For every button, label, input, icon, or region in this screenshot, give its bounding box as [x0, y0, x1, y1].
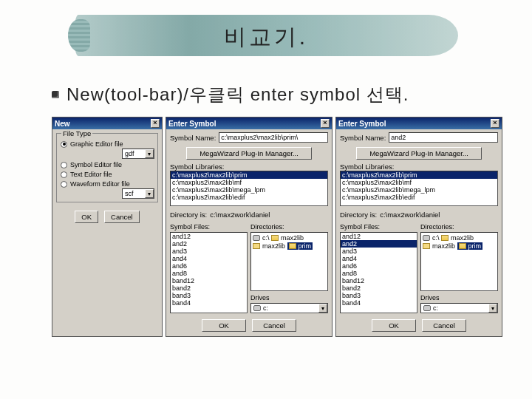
drive-icon — [423, 305, 431, 311]
symbol-libraries-list[interactable]: c:\maxplus2\max2lib\prim c:\maxplus2\max… — [170, 171, 328, 206]
radio-icon — [61, 181, 67, 188]
list-item[interactable]: c:\ — [253, 234, 270, 242]
symbol-files-list[interactable]: and12 and2 and3 and4 and6 and8 band12 ba… — [340, 232, 417, 313]
list-item[interactable]: band4 — [341, 299, 417, 307]
list-item[interactable]: prim — [287, 242, 313, 250]
megawizard-button[interactable]: MegaWizard Plug-In Manager... — [186, 147, 312, 160]
radio-symbol-editor[interactable]: Symbol Editor file — [61, 161, 154, 168]
directory-is-label: Directory is: — [170, 211, 207, 219]
list-item[interactable]: c:\ — [423, 234, 440, 242]
list-item[interactable]: max2lib — [271, 234, 304, 242]
list-item[interactable]: c:\maxplus2\max2lib\mega_lpm — [341, 186, 497, 194]
directories-label: Directories: — [420, 223, 498, 231]
enter-symbol-dialog-1: Enter Symbol × Symbol Name: c:\maxplus2\… — [166, 117, 332, 337]
list-item[interactable]: band2 — [171, 284, 247, 292]
list-item[interactable]: c:\maxplus2\max2lib\prim — [171, 171, 327, 179]
megawizard-button[interactable]: MegaWizard Plug-In Manager... — [356, 147, 482, 160]
enter-symbol-titlebar[interactable]: Enter Symbol × — [166, 117, 332, 129]
drive-icon — [423, 235, 430, 241]
radio-text-editor[interactable]: Text Editor file — [61, 171, 154, 178]
list-item[interactable]: band2 — [341, 284, 417, 292]
list-item[interactable]: and8 — [171, 270, 247, 277]
list-item[interactable]: max2lib — [423, 242, 455, 250]
list-item[interactable]: c:\maxplus2\max2lib\mf — [341, 179, 497, 186]
list-item[interactable]: and2 — [171, 240, 247, 248]
ok-button[interactable]: OK — [202, 319, 246, 332]
cancel-button[interactable]: Cancel — [252, 319, 296, 332]
slide-title: 비교기. — [0, 22, 532, 52]
list-item[interactable]: and4 — [341, 255, 417, 262]
new-dialog-titlebar[interactable]: New × — [52, 117, 162, 129]
close-icon[interactable]: × — [491, 119, 499, 128]
list-item[interactable]: and3 — [171, 248, 247, 255]
radio-graphic-editor[interactable]: Graphic Editor file — [61, 140, 154, 148]
list-item[interactable]: c:\maxplus2\max2lib\edif — [171, 194, 327, 201]
drives-dropdown[interactable]: c: ▾ — [250, 303, 328, 313]
list-item[interactable]: max2lib — [253, 242, 285, 250]
list-item[interactable]: prim — [457, 242, 483, 250]
directories-list[interactable]: c:\ max2lib max2lib prim — [420, 232, 498, 291]
list-item[interactable]: c:\maxplus2\max2lib\mf — [171, 179, 327, 186]
symbol-name-input[interactable]: and2 — [389, 132, 498, 143]
folder-open-icon — [459, 243, 466, 249]
list-item[interactable]: and3 — [341, 248, 417, 255]
list-item[interactable]: and6 — [171, 262, 247, 270]
radio-label: Text Editor file — [70, 171, 112, 178]
enter-symbol-title: Enter Symbol — [338, 120, 386, 128]
symbol-name-value: and2 — [391, 134, 406, 141]
folder-open-icon — [289, 243, 296, 249]
list-item[interactable]: band4 — [171, 299, 247, 307]
directory-is-value: c:\max2work\daniel — [380, 211, 440, 219]
list-item[interactable]: max2lib — [441, 234, 474, 242]
symbol-files-label: Symbol Files: — [170, 223, 248, 231]
ok-button[interactable]: OK — [75, 211, 98, 223]
list-item[interactable]: and8 — [341, 270, 417, 277]
symbol-files-label: Symbol Files: — [340, 223, 417, 231]
list-item[interactable]: and4 — [171, 255, 247, 262]
list-item[interactable]: and12 — [171, 233, 247, 240]
file-type-group: File Type Graphic Editor file gdf ▾ Symb… — [56, 133, 158, 202]
drive-icon — [253, 305, 261, 311]
ext2-dropdown[interactable]: scf ▾ — [122, 188, 154, 199]
list-item[interactable]: c:\maxplus2\max2lib\prim — [341, 171, 497, 179]
close-icon[interactable]: × — [151, 119, 160, 128]
cancel-button[interactable]: Cancel — [104, 211, 140, 223]
enter-symbol-titlebar[interactable]: Enter Symbol × — [336, 117, 502, 129]
directories-label: Directories: — [250, 223, 328, 231]
cancel-button[interactable]: Cancel — [422, 319, 466, 332]
ext2-value: scf — [125, 190, 134, 197]
list-item[interactable]: band12 — [171, 277, 247, 284]
radio-icon — [61, 162, 67, 168]
close-icon[interactable]: × — [321, 119, 330, 128]
symbol-name-label: Symbol Name: — [170, 134, 216, 142]
drives-label: Drives — [420, 294, 498, 301]
radio-waveform-editor[interactable]: Waveform Editor file — [61, 180, 154, 188]
radio-icon — [61, 141, 67, 148]
list-item[interactable]: band12 — [341, 277, 417, 284]
symbol-libraries-list[interactable]: c:\maxplus2\max2lib\prim c:\maxplus2\max… — [340, 171, 498, 206]
list-item[interactable]: and12 — [341, 233, 417, 240]
list-item[interactable]: band3 — [341, 292, 417, 299]
drive-icon — [253, 235, 260, 241]
radio-icon — [61, 171, 67, 178]
ok-button[interactable]: OK — [372, 319, 416, 332]
folder-icon — [423, 243, 430, 249]
folder-open-icon — [441, 235, 449, 241]
symbol-files-list[interactable]: and12 and2 and3 and4 and6 and8 band12 ba… — [170, 232, 248, 313]
list-item[interactable]: c:\maxplus2\max2lib\edif — [341, 194, 497, 201]
directories-list[interactable]: c:\ max2lib max2lib prim — [250, 232, 328, 291]
radio-label: Symbol Editor file — [70, 161, 122, 168]
folder-open-icon — [271, 235, 279, 241]
list-item[interactable]: c:\maxplus2\max2lib\mega_lpm — [171, 186, 327, 194]
chevron-down-icon: ▾ — [145, 189, 154, 198]
drives-dropdown[interactable]: c: ▾ — [420, 303, 498, 313]
enter-symbol-title: Enter Symbol — [168, 120, 216, 128]
ext1-dropdown[interactable]: gdf ▾ — [122, 149, 154, 159]
list-item[interactable]: and6 — [341, 262, 417, 270]
symbol-name-input[interactable]: c:\maxplus2\max2lib\prim\ — [219, 132, 328, 143]
list-item[interactable]: band3 — [171, 292, 247, 299]
list-item[interactable]: and2 — [341, 240, 417, 248]
ext1-value: gdf — [125, 150, 134, 157]
bullet-text: New(tool-bar)/우클릭 enter symbol 선택. — [66, 83, 409, 106]
bullet-icon — [52, 91, 59, 98]
